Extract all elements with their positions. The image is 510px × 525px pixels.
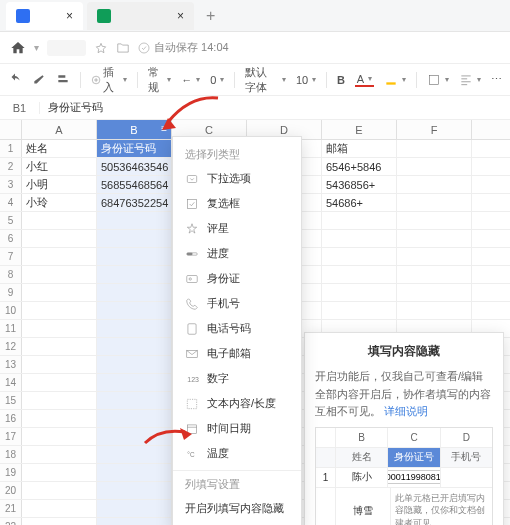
insert-button[interactable]: 插入	[91, 65, 127, 95]
mini-preview-table: B C D 姓名 身份证号 手机号 1 陈小 - 博雪 此单元格已开启填写内容隐…	[315, 427, 493, 525]
svg-rect-2	[429, 75, 438, 84]
more-button[interactable]: ⋯	[491, 73, 502, 86]
mini-note: 此单元格已开启填写内容隐藏，仅你和文档创建者可见	[391, 488, 492, 525]
autosave-status: 自动保存 14:04	[138, 40, 229, 55]
document-tab-2[interactable]: ×	[87, 2, 194, 30]
menu-header: 选择列类型	[173, 143, 301, 166]
tab-close[interactable]: ×	[177, 9, 184, 23]
col-B[interactable]: B≡	[97, 120, 172, 139]
autosave-text: 自动保存 14:04	[154, 40, 229, 55]
bold-button[interactable]: B	[337, 74, 345, 86]
chevron-down-icon[interactable]: ▾	[34, 42, 39, 53]
check-icon	[138, 42, 150, 54]
tab-close[interactable]: ×	[66, 9, 73, 23]
col-F[interactable]: F	[397, 120, 472, 139]
svg-point-8	[189, 277, 191, 279]
toolbar: 插入 常规 ← 0 默认字体 10 B A ⋯	[0, 64, 510, 96]
hide-content-popover: 填写内容隐藏 开启功能后，仅我自己可查看/编辑全部内容开启后，协作者填写的内容互…	[304, 332, 504, 525]
fill-color-button[interactable]	[384, 73, 406, 87]
decimals[interactable]: ←	[181, 74, 200, 86]
home-icon[interactable]	[10, 40, 26, 56]
font-select[interactable]: 默认字体	[245, 65, 286, 95]
formula-bar[interactable]: 身份证号码	[40, 100, 111, 115]
col-menu-icon: ≡	[161, 123, 167, 134]
menu-email[interactable]: 电子邮箱	[173, 341, 301, 366]
menu-mobile[interactable]: 手机号	[173, 291, 301, 316]
name-box-row: B1 身份证号码	[0, 96, 510, 120]
align-button[interactable]	[459, 73, 481, 87]
decimals2[interactable]: 0	[210, 74, 224, 86]
svg-rect-12	[187, 399, 196, 408]
svg-text:°C: °C	[187, 450, 195, 457]
col-A[interactable]: A	[22, 120, 97, 139]
folder-icon[interactable]	[116, 41, 130, 55]
format-button[interactable]	[56, 73, 70, 87]
menu-idcard[interactable]: 身份证	[173, 266, 301, 291]
svg-rect-7	[187, 275, 198, 282]
menu-temp[interactable]: °C温度	[173, 441, 301, 466]
document-tab-1[interactable]: ×	[6, 2, 83, 30]
svg-rect-13	[187, 424, 196, 433]
mini-input[interactable]	[388, 470, 440, 484]
undo-button[interactable]	[8, 73, 22, 87]
menu-header-2: 列填写设置	[173, 470, 301, 496]
paint-button[interactable]	[32, 73, 46, 87]
add-tab-button[interactable]: +	[198, 7, 223, 25]
menu-phone[interactable]: 电话号码	[173, 316, 301, 341]
menu-number[interactable]: 123数字	[173, 366, 301, 391]
menu-dropdown[interactable]: 下拉选项	[173, 166, 301, 191]
menu-rating[interactable]: 评星	[173, 216, 301, 241]
border-button[interactable]	[427, 73, 449, 87]
sheet-icon	[97, 9, 111, 23]
menu-text[interactable]: 文本内容/长度	[173, 391, 301, 416]
tab-bar: × × +	[0, 0, 510, 32]
popover-link[interactable]: 详细说明	[384, 405, 428, 417]
star-icon[interactable]	[94, 41, 108, 55]
svg-point-0	[139, 43, 149, 53]
svg-rect-9	[188, 323, 196, 334]
select-all[interactable]	[0, 120, 22, 139]
title-bar: ▾ 自动保存 14:04	[0, 32, 510, 64]
text-color-button[interactable]: A	[355, 73, 374, 87]
svg-rect-3	[187, 175, 196, 182]
popover-desc: 开启功能后，仅我自己可查看/编辑全部内容开启后，协作者填写的内容互相不可见。 详…	[315, 368, 493, 421]
col-E[interactable]: E	[322, 120, 397, 139]
menu-date[interactable]: 时间日期	[173, 416, 301, 441]
popover-title: 填写内容隐藏	[315, 343, 493, 360]
svg-rect-6	[187, 252, 193, 254]
svg-rect-4	[187, 199, 196, 208]
svg-text:123: 123	[187, 375, 199, 382]
menu-checkbox[interactable]: 复选框	[173, 191, 301, 216]
title-icons	[94, 41, 130, 55]
fontsize-select[interactable]: 10	[296, 74, 316, 86]
style-select[interactable]: 常规	[148, 65, 172, 95]
cell[interactable]: 邮箱	[322, 140, 397, 157]
cell[interactable]: 身份证号码	[97, 140, 172, 157]
menu-enable-hide[interactable]: 开启列填写内容隐藏	[173, 496, 301, 521]
column-type-menu: 选择列类型 下拉选项 复选框 评星 进度 身份证 手机号 电话号码 电子邮箱 1…	[172, 136, 302, 525]
document-title[interactable]	[47, 40, 86, 56]
menu-progress[interactable]: 进度	[173, 241, 301, 266]
doc-icon	[16, 9, 30, 23]
cell-reference[interactable]: B1	[0, 102, 40, 114]
cell[interactable]: 姓名	[22, 140, 97, 157]
